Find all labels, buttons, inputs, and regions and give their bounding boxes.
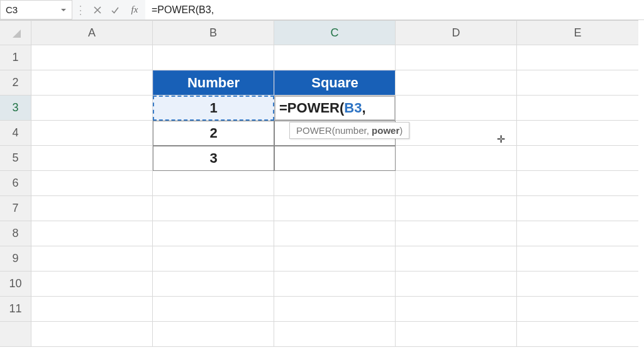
cell-c8[interactable] — [274, 221, 396, 246]
cell-c5[interactable] — [274, 146, 396, 171]
cell-d3[interactable] — [396, 96, 517, 121]
cell-b4[interactable]: 2 — [153, 121, 274, 146]
spreadsheet-grid[interactable]: A B C D E 1 2 Number Square 3 1 =POWER(B… — [0, 20, 644, 347]
cell-e3[interactable] — [517, 96, 638, 121]
separator-dots: ⋮ — [72, 4, 89, 16]
row-header-6[interactable]: 6 — [0, 171, 31, 196]
cell-c1[interactable] — [274, 45, 396, 70]
cell-a3[interactable] — [31, 96, 153, 121]
cell-e10[interactable] — [517, 272, 638, 297]
tooltip-arg1[interactable]: number — [335, 125, 367, 136]
cell-a12[interactable] — [31, 322, 153, 347]
cell-e7[interactable] — [517, 196, 638, 221]
name-box-dropdown-icon[interactable] — [58, 6, 69, 14]
tooltip-arg2[interactable]: power — [372, 125, 399, 136]
col-header-e[interactable]: E — [517, 20, 638, 45]
select-all-corner[interactable] — [0, 20, 31, 45]
row-header-12[interactable] — [0, 322, 31, 347]
row-header-5[interactable]: 5 — [0, 146, 31, 171]
enter-button[interactable] — [106, 0, 124, 19]
cell-c6[interactable] — [274, 171, 396, 196]
cell-a10[interactable] — [31, 272, 153, 297]
formula-bar: C3 ⋮ fx =POWER(B3, — [0, 0, 644, 20]
cell-b6[interactable] — [153, 171, 274, 196]
cell-c3-formula: =POWER(B3, — [279, 100, 366, 116]
cell-c10[interactable] — [274, 272, 396, 297]
cell-d9[interactable] — [396, 246, 517, 272]
cell-b9[interactable] — [153, 246, 274, 272]
row-header-11[interactable]: 11 — [0, 297, 31, 322]
cell-c3-active[interactable]: =POWER(B3, POWER(number, power) — [274, 96, 396, 121]
cell-d6[interactable] — [396, 171, 517, 196]
formula-input-value: =POWER(B3, — [152, 4, 214, 16]
cell-e1[interactable] — [517, 45, 638, 70]
cell-b5[interactable]: 3 — [153, 146, 274, 171]
formula-ref: B3 — [344, 100, 362, 116]
tooltip-fn: POWER — [296, 125, 332, 136]
fx-icon[interactable]: fx — [124, 4, 145, 15]
cell-e9[interactable] — [517, 246, 638, 272]
cell-d10[interactable] — [396, 272, 517, 297]
formula-prefix: =POWER( — [279, 100, 344, 116]
cell-d7[interactable] — [396, 196, 517, 221]
row-header-8[interactable]: 8 — [0, 221, 31, 246]
table-header-number[interactable]: Number — [153, 70, 274, 96]
cell-e12[interactable] — [517, 322, 638, 347]
row-header-7[interactable]: 7 — [0, 196, 31, 221]
cell-d5[interactable] — [396, 146, 517, 171]
cell-a2[interactable] — [31, 70, 153, 96]
row-header-2[interactable]: 2 — [0, 70, 31, 96]
row-header-10[interactable]: 10 — [0, 272, 31, 297]
cell-c12[interactable] — [274, 322, 396, 347]
cell-b12[interactable] — [153, 322, 274, 347]
cell-d12[interactable] — [396, 322, 517, 347]
col-header-a[interactable]: A — [31, 20, 153, 45]
cell-e11[interactable] — [517, 297, 638, 322]
cell-e4[interactable] — [517, 121, 638, 146]
cell-d2[interactable] — [396, 70, 517, 96]
col-header-c[interactable]: C — [274, 20, 396, 45]
formula-suffix: , — [362, 100, 365, 116]
cell-c9[interactable] — [274, 246, 396, 272]
cell-a5[interactable] — [31, 146, 153, 171]
table-header-square[interactable]: Square — [274, 70, 396, 96]
cell-b7[interactable] — [153, 196, 274, 221]
cell-c11[interactable] — [274, 297, 396, 322]
cell-e6[interactable] — [517, 171, 638, 196]
cell-a11[interactable] — [31, 297, 153, 322]
cancel-button[interactable] — [89, 0, 106, 19]
cell-d1[interactable] — [396, 45, 517, 70]
row-header-9[interactable]: 9 — [0, 246, 31, 272]
row-header-4[interactable]: 4 — [0, 121, 31, 146]
cell-e2[interactable] — [517, 70, 638, 96]
cell-b10[interactable] — [153, 272, 274, 297]
cell-a9[interactable] — [31, 246, 153, 272]
row-header-3[interactable]: 3 — [0, 96, 31, 121]
cell-a6[interactable] — [31, 171, 153, 196]
cell-b11[interactable] — [153, 297, 274, 322]
col-header-b[interactable]: B — [153, 20, 274, 45]
cell-d11[interactable] — [396, 297, 517, 322]
col-header-d[interactable]: D — [396, 20, 517, 45]
cell-e8[interactable] — [517, 221, 638, 246]
cell-e5[interactable] — [517, 146, 638, 171]
name-box-value: C3 — [6, 4, 18, 15]
cell-a4[interactable] — [31, 121, 153, 146]
row-header-1[interactable]: 1 — [0, 45, 31, 70]
cell-d4[interactable] — [396, 121, 517, 146]
cell-b1[interactable] — [153, 45, 274, 70]
cell-c7[interactable] — [274, 196, 396, 221]
formula-input[interactable]: =POWER(B3, — [145, 0, 644, 19]
cell-b8[interactable] — [153, 221, 274, 246]
name-box[interactable]: C3 — [0, 0, 72, 19]
cell-a8[interactable] — [31, 221, 153, 246]
cell-a1[interactable] — [31, 45, 153, 70]
cell-b3[interactable]: 1 — [153, 96, 274, 121]
function-tooltip[interactable]: POWER(number, power) — [289, 122, 409, 139]
cell-d8[interactable] — [396, 221, 517, 246]
cell-a7[interactable] — [31, 196, 153, 221]
